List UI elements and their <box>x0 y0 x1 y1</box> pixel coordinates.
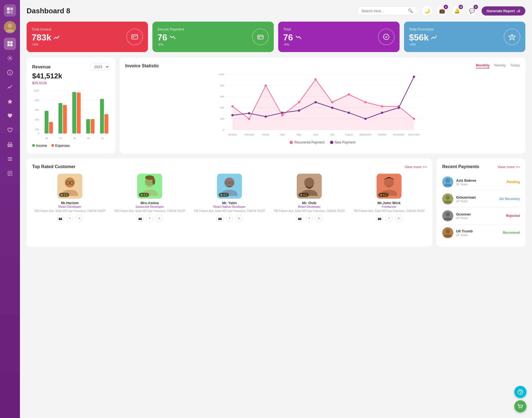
payments-view-more[interactable]: View more >> <box>498 165 520 169</box>
invoice-title: Invoice Statistic <box>125 63 159 68</box>
messages-button[interactable]: 💬 5 <box>467 6 477 16</box>
customer-role: React Native Developer <box>213 205 245 208</box>
facebook-icon[interactable]: f <box>226 215 233 222</box>
sidebar: i <box>0 0 20 418</box>
twitter-icon[interactable]: 𝕏 <box>315 215 322 222</box>
sidebar-item-print[interactable] <box>4 139 16 151</box>
customer-avatar-wrap: ★ 4.2 <box>137 174 162 199</box>
svg-rect-50 <box>77 93 81 134</box>
payment-info: Aziz Bakree 24 Years <box>456 178 504 186</box>
svg-text:1000: 1000 <box>219 73 224 76</box>
instagram-icon[interactable]: 📷 <box>376 215 383 222</box>
svg-point-81 <box>381 105 383 107</box>
svg-text:December: December <box>408 133 420 136</box>
sidebar-item-info[interactable]: i <box>4 66 16 79</box>
payments-header: Recent Payments View more >> <box>442 164 520 169</box>
customer-role: Freelancer <box>382 205 397 208</box>
payment-avatar <box>442 227 453 238</box>
sidebar-item-dashboard[interactable] <box>4 38 16 50</box>
twitter-icon[interactable]: 𝕏 <box>76 215 83 222</box>
customer-name: Mr. Osib <box>302 201 316 205</box>
header-actions: 🔍 🌙 💼 2 🔔 12 💬 5 Generate Report <box>357 6 525 16</box>
svg-rect-45 <box>45 111 48 134</box>
stat-label: Total invoice <box>32 27 60 31</box>
facebook-icon[interactable]: f <box>385 215 393 222</box>
sidebar-item-analytics[interactable] <box>4 81 16 93</box>
svg-rect-17 <box>8 157 12 158</box>
stat-icon <box>126 29 143 45</box>
chat-badge: 5 <box>474 5 478 9</box>
svg-text:July: July <box>330 133 335 136</box>
customer-item: ★ 4.2 Mr. Osib React Developer 795 Folso… <box>272 174 347 222</box>
twitter-icon[interactable]: 𝕏 <box>395 215 402 222</box>
svg-point-5 <box>8 24 12 28</box>
sidebar-item-heart2[interactable] <box>4 124 16 136</box>
sidebar-item-reports[interactable] <box>4 167 16 179</box>
instagram-icon[interactable]: 📷 <box>296 215 303 222</box>
svg-point-33 <box>383 34 389 40</box>
svg-rect-25 <box>518 10 519 12</box>
tab-weekly[interactable]: Weekly <box>494 63 506 68</box>
generate-report-button[interactable]: Generate Report <box>482 6 525 16</box>
svg-point-140 <box>521 408 522 409</box>
sidebar-item-favorites[interactable] <box>4 95 16 107</box>
svg-point-88 <box>298 109 300 112</box>
stat-card-total-invoice: Total invoice 783k +4% <box>27 22 148 52</box>
svg-point-130 <box>446 178 450 183</box>
search-input[interactable] <box>361 9 406 13</box>
customer-item: ★ 4.2 Mr. Yatin React Native Developer 7… <box>192 174 267 222</box>
wallet-button[interactable]: 💼 2 <box>437 6 447 16</box>
svg-rect-29 <box>132 37 134 38</box>
revenue-bar-chart: 1000 800 600 400 200 0 <box>32 85 110 140</box>
svg-point-117 <box>145 175 154 180</box>
cart-float-button[interactable] <box>514 400 526 412</box>
instagram-icon[interactable]: 📷 <box>137 215 144 222</box>
payment-item: Oconner 24 Years Rejected <box>442 207 520 224</box>
notifications-button[interactable]: 🔔 12 <box>452 6 462 16</box>
bell-badge: 12 <box>459 5 463 9</box>
user-avatar[interactable] <box>4 21 16 33</box>
twitter-icon[interactable]: 𝕏 <box>235 215 242 222</box>
payment-name: Griezerman <box>456 195 497 199</box>
svg-text:November: November <box>393 133 405 136</box>
svg-marker-13 <box>7 99 12 104</box>
svg-text:08: 08 <box>73 137 76 140</box>
invoice-chart-card: Invoice Statistic Monthly Weekly Today 1… <box>120 58 525 153</box>
customers-view-more[interactable]: View more >> <box>405 165 427 169</box>
instagram-icon[interactable]: 📷 <box>216 215 224 222</box>
svg-rect-15 <box>9 142 11 145</box>
customer-address: 795 Folsom Ave, Suite 600 San Francisco,… <box>34 209 106 213</box>
year-selector[interactable]: 2023 2022 2021 <box>90 63 110 71</box>
svg-point-95 <box>413 76 415 78</box>
svg-rect-49 <box>72 92 76 134</box>
support-float-button[interactable] <box>514 386 526 398</box>
customer-name: Mr.Hariom <box>61 201 79 205</box>
svg-text:0: 0 <box>223 129 224 131</box>
sidebar-item-settings[interactable] <box>4 52 16 64</box>
stat-icon <box>252 29 269 45</box>
header: Dashboard 8 🔍 🌙 💼 2 🔔 12 💬 5 Generate Re… <box>27 6 525 16</box>
customer-rating: ★ 4.2 <box>298 193 309 197</box>
twitter-icon[interactable]: 𝕏 <box>155 215 163 222</box>
stat-change: -4% <box>157 43 184 47</box>
customer-social: 📷 f 𝕏 <box>376 215 402 222</box>
payments-card: Recent Payments View more >> Aziz Bakree… <box>437 159 525 247</box>
payment-status: On Recovery <box>499 197 520 201</box>
svg-text:February: February <box>244 133 254 136</box>
facebook-icon[interactable]: f <box>146 215 153 222</box>
svg-text:600: 600 <box>220 95 224 98</box>
svg-point-118 <box>152 178 155 185</box>
theme-toggle-button[interactable]: 🌙 <box>422 6 432 16</box>
sidebar-item-menu[interactable] <box>4 153 16 165</box>
invoice-chart-header: Invoice Statistic Monthly Weekly Today <box>125 63 520 68</box>
customer-avatar-wrap: ★ 4.2 <box>377 174 401 199</box>
facebook-icon[interactable]: f <box>306 215 313 222</box>
payment-info: Oconner 24 Years <box>456 212 503 220</box>
tab-today[interactable]: Today <box>510 63 520 68</box>
sidebar-item-heart1[interactable] <box>4 110 16 122</box>
facebook-icon[interactable]: f <box>66 215 73 222</box>
payment-info: Uli Trumb 24 Years <box>456 229 500 237</box>
instagram-icon[interactable]: 📷 <box>57 215 64 222</box>
tab-monthly[interactable]: Monthly <box>476 63 490 68</box>
customer-social: 📷 f 𝕏 <box>137 215 163 222</box>
